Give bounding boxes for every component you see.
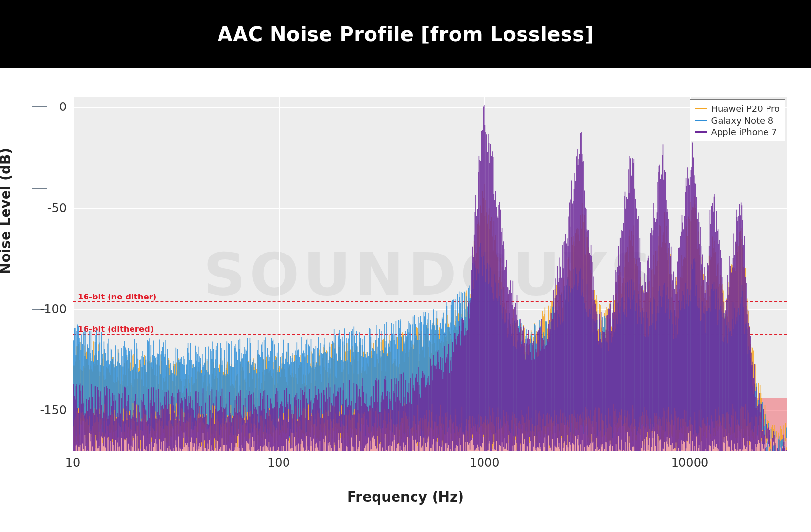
ref-label-16bit-dithered: 16-bit (dithered) (76, 324, 153, 334)
watermark: SOUNDGUYS (73, 97, 787, 451)
ref-line-16bit-dithered (73, 334, 787, 335)
y-tick-label: -100 (27, 302, 66, 316)
y-indicator (32, 188, 47, 189)
ref-line-16bit-no-dither (73, 301, 787, 302)
legend-label: Apple iPhone 7 (711, 127, 777, 137)
y-tick-label: -150 (27, 404, 66, 417)
grid-line (73, 97, 74, 451)
grid-line (73, 208, 787, 209)
legend-swatch-galaxy (695, 120, 707, 121)
series-galaxy (73, 243, 787, 451)
shaded-band-24bit (73, 398, 787, 451)
legend-label: Galaxy Note 8 (711, 115, 773, 126)
legend-item: Galaxy Note 8 (695, 114, 780, 126)
spectrum-svg (73, 97, 787, 451)
legend-swatch-iphone (695, 131, 707, 133)
x-axis-label: Frequency (Hz) (0, 489, 811, 505)
x-tick-label: 1000 (469, 456, 499, 469)
grid-line (73, 410, 787, 411)
title-bar: AAC Noise Profile [from Lossless] (0, 0, 811, 68)
legend-item: Apple iPhone 7 (695, 126, 780, 138)
grid-line (690, 97, 691, 451)
y-axis-label: Noise Level (dB) (0, 148, 14, 274)
grid-line (279, 97, 280, 451)
x-tick-label: 10000 (671, 456, 708, 469)
ref-label-16bit-no-dither: 16-bit (no dither) (76, 292, 156, 301)
legend-item: Huawei P20 Pro (695, 103, 780, 114)
watermark-text: SOUNDGUYS (203, 240, 657, 308)
grid-line (484, 97, 485, 451)
chart-plot-area: SOUNDGUYS 24-bit 16-bit (no dither) 16-b… (73, 97, 787, 451)
legend-swatch-huawei (695, 108, 707, 109)
x-tick-label: 100 (267, 456, 290, 469)
chart-title: AAC Noise Profile [from Lossless] (218, 23, 593, 45)
page-root: AAC Noise Profile [from Lossless] 0 -50 … (0, 0, 811, 532)
y-tick-label: -50 (27, 201, 66, 215)
legend-box: Huawei P20 Pro Galaxy Note 8 Apple iPhon… (690, 99, 785, 141)
legend-label: Huawei P20 Pro (711, 104, 780, 114)
y-tick-label: 0 (27, 100, 66, 114)
series-iphone (73, 105, 787, 451)
grid-line (73, 309, 787, 310)
grid-line (73, 107, 787, 108)
ref-label-24bit: 24-bit (76, 400, 100, 409)
x-tick-label: 10 (66, 456, 81, 469)
